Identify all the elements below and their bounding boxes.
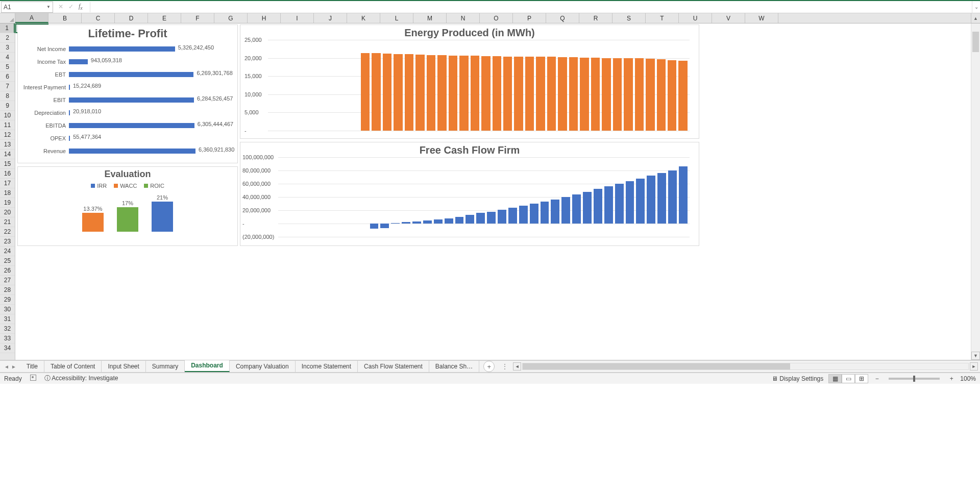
formula-input[interactable]	[90, 2, 972, 12]
row-header[interactable]: 18	[0, 188, 15, 198]
vscroll-down-icon[interactable]: ▼	[971, 352, 980, 360]
expand-formula-bar-icon[interactable]: ⌄	[972, 1, 980, 13]
sheet-tab[interactable]: Summary	[146, 361, 185, 372]
column-header[interactable]: D	[115, 13, 148, 23]
column-header[interactable]: L	[380, 13, 413, 23]
row-header[interactable]: 27	[0, 276, 15, 285]
horizontal-scrollbar[interactable]: ◄ ►	[511, 362, 980, 371]
row-header[interactable]: 8	[0, 91, 15, 101]
chart-evaluation[interactable]: Evaluation IRRWACCROIC 13.37%17%21%	[17, 166, 238, 246]
vscroll-up-icon[interactable]: ▲	[971, 13, 980, 23]
row-header[interactable]: 7	[0, 82, 15, 91]
row-header[interactable]: 1	[0, 23, 15, 33]
tab-nav-next-icon[interactable]: ►	[11, 364, 16, 369]
column-header[interactable]: E	[148, 13, 181, 23]
row-header[interactable]: 22	[0, 227, 15, 237]
vertical-scrollbar[interactable]: ▼	[971, 23, 980, 360]
row-header[interactable]: 31	[0, 314, 15, 324]
vscroll-thumb[interactable]	[972, 32, 979, 52]
column-header[interactable]: U	[679, 13, 712, 23]
row-header[interactable]: 5	[0, 62, 15, 72]
new-sheet-button[interactable]: +	[483, 361, 495, 372]
column-header[interactable]: H	[248, 13, 281, 23]
sheet-tab[interactable]: Title	[20, 361, 44, 372]
sheet-tab[interactable]: Input Sheet	[102, 361, 145, 372]
column-header[interactable]: J	[314, 13, 347, 23]
column-header[interactable]: S	[612, 13, 646, 23]
row-header[interactable]: 19	[0, 198, 15, 208]
row-header[interactable]: 25	[0, 256, 15, 266]
view-normal-icon[interactable]: ▦	[828, 374, 842, 383]
column-header[interactable]: C	[82, 13, 115, 23]
sheet-tab[interactable]: Income Statement	[296, 361, 358, 372]
row-header[interactable]: 12	[0, 130, 15, 140]
sheet-tab[interactable]: Table of Content	[44, 361, 102, 372]
column-header[interactable]: P	[513, 13, 546, 23]
macro-record-icon[interactable]	[30, 375, 36, 382]
row-header[interactable]: 21	[0, 217, 15, 227]
zoom-in-button[interactable]: +	[948, 375, 955, 382]
row-header[interactable]: 10	[0, 111, 15, 120]
row-header[interactable]: 33	[0, 334, 15, 343]
sheet-tab[interactable]: Company Valuation	[230, 361, 296, 372]
column-header[interactable]: Q	[546, 13, 579, 23]
hscroll-left-icon[interactable]: ◄	[513, 362, 521, 371]
view-page-break-icon[interactable]: ⊞	[855, 374, 868, 383]
zoom-slider[interactable]	[889, 378, 940, 380]
row-header[interactable]: 17	[0, 179, 15, 188]
sheet-tab[interactable]: Cash Flow Statement	[358, 361, 429, 372]
hscroll-right-icon[interactable]: ►	[970, 362, 978, 371]
column-header[interactable]: R	[579, 13, 612, 23]
row-header[interactable]: 4	[0, 53, 15, 62]
chart-energy-produced[interactable]: Energy Produced (in MWh) 25,00020,00015,…	[240, 24, 699, 139]
column-header[interactable]: F	[181, 13, 214, 23]
row-header[interactable]: 29	[0, 295, 15, 305]
cells-area[interactable]: Lifetime- Profit Net Income5,326,242,450…	[15, 23, 980, 360]
column-header[interactable]: K	[347, 13, 380, 23]
name-box[interactable]: A1 ▼	[1, 2, 53, 13]
row-header[interactable]: 28	[0, 285, 15, 295]
insert-function-icon[interactable]: fx	[79, 3, 86, 11]
column-header[interactable]: T	[646, 13, 679, 23]
zoom-level[interactable]: 100%	[960, 375, 976, 382]
row-header[interactable]: 2	[0, 33, 15, 43]
column-header[interactable]: I	[281, 13, 314, 23]
row-header[interactable]: 26	[0, 266, 15, 276]
column-header[interactable]: N	[447, 13, 480, 23]
row-header[interactable]: 14	[0, 150, 15, 159]
accessibility-status[interactable]: ⓘ Accessibility: Investigate	[44, 374, 118, 383]
hscroll-thumb[interactable]	[523, 363, 790, 369]
column-header[interactable]: B	[48, 13, 82, 23]
row-header[interactable]: 34	[0, 343, 15, 353]
zoom-out-button[interactable]: −	[873, 375, 880, 382]
row-header[interactable]: 15	[0, 159, 15, 169]
row-header[interactable]: 16	[0, 169, 15, 179]
name-box-dropdown-icon[interactable]: ▼	[46, 5, 51, 9]
chart-lifetime-profit[interactable]: Lifetime- Profit Net Income5,326,242,450…	[17, 24, 238, 163]
column-header[interactable]: V	[712, 13, 745, 23]
sheet-tab[interactable]: Dashboard	[185, 360, 230, 372]
row-header[interactable]: 3	[0, 43, 15, 53]
row-header[interactable]: 6	[0, 72, 15, 82]
column-header[interactable]: W	[745, 13, 778, 23]
column-header[interactable]: G	[214, 13, 248, 23]
row-header[interactable]: 32	[0, 324, 15, 334]
row-header[interactable]: 24	[0, 246, 15, 256]
row-header[interactable]: 9	[0, 101, 15, 111]
column-header[interactable]: A	[15, 13, 48, 23]
sheet-tab[interactable]: Balance Sh…	[429, 361, 479, 372]
chart-free-cash-flow[interactable]: Free Cash Flow Firm 100,000,00080,000,00…	[240, 142, 699, 246]
tab-nav-prev-icon[interactable]: ◄	[4, 364, 9, 369]
tab-more-icon[interactable]: ⋮	[499, 363, 511, 370]
column-header[interactable]: O	[480, 13, 513, 23]
select-all-cells[interactable]	[0, 13, 15, 23]
row-header[interactable]: 13	[0, 140, 15, 150]
column-header[interactable]: M	[413, 13, 447, 23]
row-header[interactable]: 11	[0, 120, 15, 130]
view-page-layout-icon[interactable]: ▭	[842, 374, 855, 383]
worksheet-grid[interactable]: 1234567891011121314151617181920212223242…	[0, 23, 980, 360]
row-header[interactable]: 20	[0, 208, 15, 217]
row-header[interactable]: 23	[0, 237, 15, 246]
display-settings-button[interactable]: 🖥 Display Settings	[772, 375, 823, 382]
row-header[interactable]: 30	[0, 305, 15, 314]
